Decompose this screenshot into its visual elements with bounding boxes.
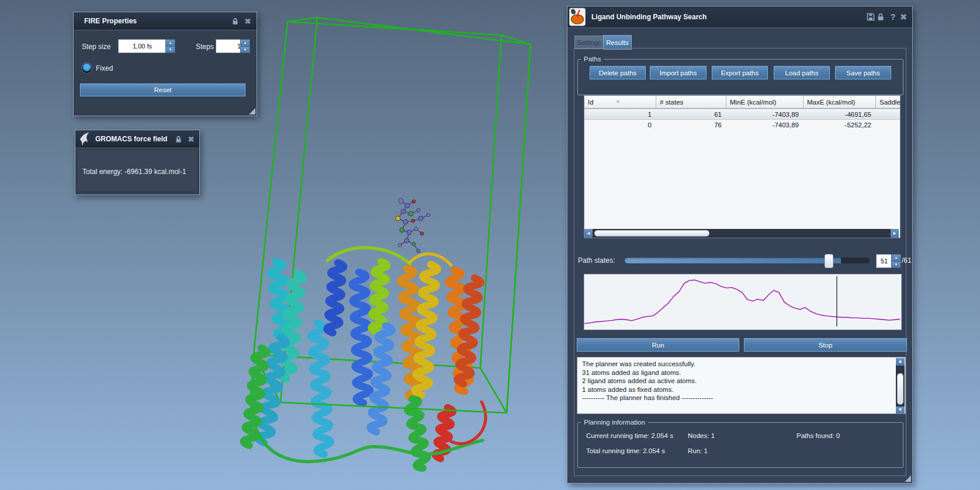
steps-down-icon[interactable]: ▼ [241,47,250,53]
step-size-stepper[interactable]: ▲▼ [165,39,175,53]
close-icon[interactable]: ✖ [186,135,196,144]
vscroll-thumb[interactable] [897,373,903,405]
paths-table[interactable]: Id ▼ # states MinE (kcal/mol) MaxE (kcal… [584,95,901,238]
table-hscrollbar[interactable]: ◄ ► [584,229,899,238]
lock-icon[interactable] [175,135,186,143]
resize-grip[interactable] [249,108,255,114]
total-energy-value: Total energy: -6961.39 kcal.mol-1 [82,168,186,176]
steps-stepper[interactable]: ▲▼ [240,39,250,53]
resize-grip[interactable] [905,475,911,482]
column-saddle-label: Saddle [879,99,900,106]
run-count: Run: 1 [688,447,708,454]
save-paths-button[interactable]: Save paths [835,66,891,79]
fire-properties-title: FIRE Properties [84,17,137,25]
planning-group-label: Planning information [581,419,648,426]
path-state-down-icon[interactable]: ▼ [892,262,901,268]
log-line: 1 atoms added as fixed atoms. [582,385,892,394]
fixed-radio-label: Fixed [96,64,113,72]
scroll-down-icon[interactable]: ▼ [896,406,905,414]
nodes-count: Nodes: 1 [688,432,715,439]
tab-settings[interactable]: Settings [574,36,604,49]
run-button[interactable]: Run [577,338,739,352]
path-state-field[interactable]: 51 [876,254,892,268]
gromacs-titlebar[interactable]: GROMACS force field ✖ [75,130,199,148]
steps-up-icon[interactable]: ▲ [241,40,250,47]
current-running-time: Current running time: 2.054 s [586,432,673,439]
tab-settings-label: Settings [577,39,601,46]
path-state-up-icon[interactable]: ▲ [892,255,901,262]
paths-found-count: Paths found: 0 [797,432,840,439]
viewport-3d[interactable]: FIRE Properties ✖ Step size 1,00 fs ▲▼ S… [0,0,980,490]
fixed-radio[interactable] [81,62,92,74]
table-row[interactable]: 0 76 -7403,89 -5252,22 [584,120,900,130]
column-header-saddle[interactable]: Saddle [876,96,900,109]
pathway-search-panel: Ligand Unbinding Pathway Search ? ✖ Sett… [567,6,913,484]
fire-properties-panel: FIRE Properties ✖ Step size 1,00 fs ▲▼ S… [73,12,257,116]
column-states-label: # states [660,99,683,106]
log-line: 2 ligand atoms added as active atoms. [582,377,892,385]
column-mine-label: MinE (kcal/mol) [730,99,776,106]
scroll-left-icon[interactable]: ◄ [584,229,593,238]
pathway-title: Ligand Unbinding Pathway Search [591,13,707,21]
energy-profile-plot [584,274,900,328]
gromacs-title: GROMACS force field [95,135,167,143]
step-size-down-icon[interactable]: ▼ [166,47,175,53]
column-header-mine[interactable]: MinE (kcal/mol) [726,96,804,109]
lock-icon[interactable] [232,18,243,25]
import-paths-button[interactable]: Import paths [650,66,707,79]
slider-handle[interactable] [825,254,833,268]
energy-profile-chart[interactable] [584,274,902,330]
app-icon [569,8,586,26]
close-icon[interactable]: ✖ [243,17,253,26]
gromacs-panel: GROMACS force field ✖ Total energy: -696… [75,130,200,195]
total-running-time: Total running time: 2.054 s [586,447,665,454]
column-id-label: Id [588,99,594,106]
path-state-stepper[interactable]: ▲▼ [891,254,901,268]
delete-paths-button[interactable]: Delete paths [590,66,646,79]
scroll-up-icon[interactable]: ▲ [896,358,905,366]
lock-icon[interactable] [877,13,888,21]
table-row[interactable]: 1 61 -7403,89 -4691,65 [584,109,900,120]
log-line: The planner was created successfully. [582,360,892,369]
paths-group-label: Paths [581,55,604,63]
column-maxe-label: MaxE (kcal/mol) [807,99,855,106]
bird-icon [79,132,91,146]
log-line: ---------- The planner has finished ----… [582,394,892,402]
sort-descending-icon: ▼ [616,99,621,105]
slider-remainder [841,258,870,263]
fire-properties-titlebar[interactable]: FIRE Properties ✖ [74,12,257,30]
path-states-slider[interactable] [625,258,870,263]
save-icon[interactable] [867,13,877,21]
reset-button[interactable]: Reset [80,84,245,96]
step-size-up-icon[interactable]: ▲ [166,40,175,47]
hscroll-thumb[interactable] [594,230,709,237]
log-vscrollbar[interactable]: ▲ ▼ [896,358,905,414]
step-size-field[interactable]: 1,00 fs [118,39,167,53]
steps-label: Steps [196,43,214,51]
load-paths-button[interactable]: Load paths [774,66,830,79]
close-icon[interactable]: ✖ [898,12,909,22]
pathway-titlebar[interactable]: Ligand Unbinding Pathway Search ? ✖ [567,6,912,28]
path-states-label: Path states: [578,256,615,265]
planner-log[interactable]: The planner was created successfully. 31… [577,357,906,414]
export-paths-button[interactable]: Export paths [712,66,768,79]
help-icon[interactable]: ? [888,12,898,22]
column-header-id[interactable]: Id ▼ [584,96,656,109]
paths-table-header: Id ▼ # states MinE (kcal/mol) MaxE (kcal… [584,96,900,109]
planning-groupbox [577,422,903,468]
column-header-states[interactable]: # states [656,96,726,109]
step-size-label: Step size [82,43,110,51]
stop-button[interactable]: Stop [744,338,907,352]
scroll-right-icon[interactable]: ► [891,229,899,238]
tab-results-label: Results [606,39,628,46]
path-states-total: /61 [902,256,912,265]
column-header-maxe[interactable]: MaxE (kcal/mol) [804,96,876,109]
log-line: 31 atoms added as ligand atoms. [582,369,892,377]
